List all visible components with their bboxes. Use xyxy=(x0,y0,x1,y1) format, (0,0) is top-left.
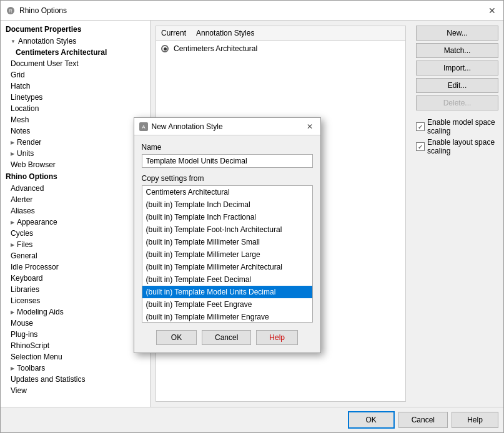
rhino-options-header: Rhino Options xyxy=(1,170,150,183)
sidebar-item-idle-processor[interactable]: Idle Processor xyxy=(1,261,150,273)
dialog-icon: A xyxy=(139,122,148,131)
annotation-row: Centimeters Architectural xyxy=(156,41,405,57)
list-item-centimeters-arch[interactable]: Centimeters Architectural xyxy=(142,186,312,198)
modeling-aids-label: Modeling Aids xyxy=(17,308,64,316)
layout-scaling-label: Enable layout space scaling xyxy=(427,138,498,155)
copy-settings-list[interactable]: Centimeters Architectural (built in) Tem… xyxy=(142,185,313,323)
sidebar-item-web-browser[interactable]: Web Browser xyxy=(1,159,150,170)
help-button[interactable]: Help xyxy=(452,412,498,428)
annotation-styles-label: Annotation Styles xyxy=(18,37,76,46)
title-bar: R Rhino Options ✕ xyxy=(1,1,503,21)
dialog-body: Name Copy settings from Centimeters Arch… xyxy=(134,135,320,353)
dialog-title: New Annotation Style xyxy=(152,122,223,131)
model-scaling-row: Enable model space scaling xyxy=(416,118,498,135)
sidebar-item-view[interactable]: View xyxy=(1,385,150,396)
main-window: R Rhino Options ✕ Document Properties An… xyxy=(0,0,504,433)
list-item-feet-engrave[interactable]: (built in) Template Feet Engrave xyxy=(142,298,312,311)
list-item-mm-arch[interactable]: (built in) Template Millimeter Architect… xyxy=(142,261,312,273)
sidebar-item-mesh[interactable]: Mesh xyxy=(1,114,150,125)
list-item-mm-engrave[interactable]: (built in) Template Millimeter Engrave xyxy=(142,311,312,323)
title-bar-left: R Rhino Options xyxy=(6,6,67,16)
match-button[interactable]: Match... xyxy=(416,43,498,58)
name-label: Name xyxy=(142,143,313,152)
delete-button[interactable]: Delete... xyxy=(416,95,498,110)
content-header: Current Annotation Styles xyxy=(156,26,405,41)
list-item-feet-decimal[interactable]: (built in) Template Feet Decimal xyxy=(142,273,312,286)
sidebar: Document Properties Annotation Styles Ce… xyxy=(1,21,151,407)
ok-button[interactable]: OK xyxy=(348,411,395,429)
current-label: Current xyxy=(161,29,186,37)
sidebar-item-aliases[interactable]: Aliases xyxy=(1,205,150,216)
model-scaling-checkbox[interactable] xyxy=(416,122,425,131)
sidebar-item-hatch[interactable]: Hatch xyxy=(1,80,150,92)
toolbars-label: Toolbars xyxy=(17,364,45,372)
layout-scaling-row: Enable layout space scaling xyxy=(416,138,498,155)
units-label: Units xyxy=(17,149,34,158)
list-item-mm-large[interactable]: (built in) Template Millimeter Large xyxy=(142,248,312,261)
sidebar-item-cycles[interactable]: Cycles xyxy=(1,228,150,239)
sidebar-item-linetypes[interactable]: Linetypes xyxy=(1,92,150,103)
sidebar-item-modeling-aids[interactable]: Modeling Aids xyxy=(1,306,150,318)
svg-text:R: R xyxy=(9,8,12,14)
cancel-button[interactable]: Cancel xyxy=(398,412,448,428)
copy-settings-label: Copy settings from xyxy=(142,174,313,183)
sidebar-item-licenses[interactable]: Licenses xyxy=(1,295,150,306)
sidebar-item-selection-menu[interactable]: Selection Menu xyxy=(1,351,150,362)
sidebar-item-notes[interactable]: Notes xyxy=(1,125,150,137)
appearance-label: Appearance xyxy=(17,218,57,226)
sidebar-item-rhinoscript[interactable]: RhinoScript xyxy=(1,340,150,351)
radio-button[interactable] xyxy=(161,45,169,52)
annotation-styles-col-label: Annotation Styles xyxy=(196,29,254,37)
dialog-cancel-button[interactable]: Cancel xyxy=(202,330,251,345)
doc-properties-header: Document Properties xyxy=(1,23,150,36)
list-item-foot-inch-arch[interactable]: (built in) Template Foot-Inch Architectu… xyxy=(142,223,312,236)
new-annotation-style-dialog: A New Annotation Style ✕ Name Copy setti… xyxy=(134,117,321,353)
dialog-ok-button[interactable]: OK xyxy=(156,330,197,345)
sidebar-item-grid[interactable]: Grid xyxy=(1,69,150,80)
sidebar-item-libraries[interactable]: Libraries xyxy=(1,284,150,295)
app-icon: R xyxy=(6,6,16,16)
list-item-inch-decimal[interactable]: (built in) Template Inch Decimal xyxy=(142,198,312,211)
sidebar-item-appearance[interactable]: Appearance xyxy=(1,216,150,228)
right-panel: New... Match... Import... Edit... Delete… xyxy=(411,26,498,402)
list-item-mm-small[interactable]: (built in) Template Millimeter Small xyxy=(142,236,312,248)
new-button[interactable]: New... xyxy=(416,26,498,41)
sidebar-item-advanced[interactable]: Advanced xyxy=(1,183,150,194)
dialog-buttons: OK Cancel Help xyxy=(142,330,313,345)
dialog-title-bar: A New Annotation Style ✕ xyxy=(134,118,320,135)
sidebar-item-location[interactable]: Location xyxy=(1,103,150,114)
dialog-title-left: A New Annotation Style xyxy=(139,122,223,131)
list-item-inch-frac[interactable]: (built in) Template Inch Fractional xyxy=(142,211,312,223)
sidebar-item-mouse[interactable]: Mouse xyxy=(1,318,150,329)
sidebar-item-doc-user-text[interactable]: Document User Text xyxy=(1,58,150,69)
sidebar-item-centimeters-arch[interactable]: Centimeters Architectural xyxy=(1,47,150,58)
checkboxes-area: Enable model space scaling Enable layout… xyxy=(416,118,498,155)
annotation-style-name: Centimeters Architectural xyxy=(174,44,257,53)
edit-button[interactable]: Edit... xyxy=(416,78,498,93)
window-title: Rhino Options xyxy=(19,6,67,15)
sidebar-item-units[interactable]: Units xyxy=(1,148,150,159)
sidebar-item-render[interactable]: Render xyxy=(1,137,150,148)
sidebar-item-general[interactable]: General xyxy=(1,250,150,261)
files-label: Files xyxy=(17,240,32,249)
list-item-model-units-decimal[interactable]: (built in) Template Model Units Decimal xyxy=(142,286,312,298)
bottom-bar: OK Cancel Help xyxy=(1,407,503,432)
sidebar-item-keyboard[interactable]: Keyboard xyxy=(1,273,150,284)
import-button[interactable]: Import... xyxy=(416,61,498,75)
dialog-help-button[interactable]: Help xyxy=(256,330,298,345)
dialog-close-button[interactable]: ✕ xyxy=(304,121,315,132)
layout-scaling-checkbox[interactable] xyxy=(416,142,425,151)
sidebar-item-plug-ins[interactable]: Plug-ins xyxy=(1,329,150,340)
window-close-button[interactable]: ✕ xyxy=(486,4,498,17)
sidebar-item-toolbars[interactable]: Toolbars xyxy=(1,362,150,374)
sidebar-item-files[interactable]: Files xyxy=(1,239,150,250)
svg-text:A: A xyxy=(142,124,146,130)
model-scaling-label: Enable model space scaling xyxy=(427,118,498,135)
name-input[interactable] xyxy=(142,154,313,168)
sidebar-item-alerter[interactable]: Alerter xyxy=(1,194,150,205)
sidebar-item-annotation-styles[interactable]: Annotation Styles xyxy=(1,36,150,47)
render-label: Render xyxy=(17,138,41,147)
sidebar-item-updates-stats[interactable]: Updates and Statistics xyxy=(1,374,150,385)
